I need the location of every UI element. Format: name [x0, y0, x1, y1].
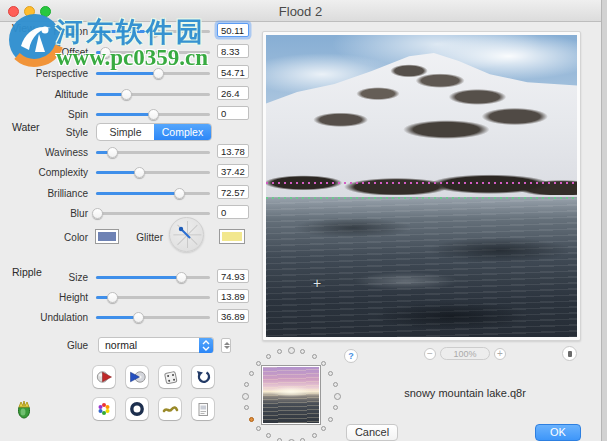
memory-dot[interactable] — [300, 349, 305, 354]
blur-slider[interactable] — [96, 207, 210, 219]
wave-button[interactable] — [159, 398, 181, 420]
perspective-slider[interactable] — [96, 67, 210, 79]
slider-knob[interactable] — [100, 47, 111, 58]
slider-fill — [96, 30, 153, 33]
memory-dot[interactable] — [256, 361, 261, 366]
horizon-guide-line[interactable] — [266, 182, 577, 184]
offset-value-field[interactable] — [217, 44, 249, 58]
slider-fill — [96, 276, 181, 279]
undulation-slider[interactable] — [96, 311, 210, 323]
glue-stepper[interactable] — [221, 338, 231, 353]
altitude-value-field[interactable] — [217, 86, 249, 100]
zoom-out-button[interactable]: − — [424, 348, 436, 360]
ring-icon — [129, 401, 145, 417]
memory-dot[interactable] — [256, 426, 261, 431]
memory-dot[interactable] — [312, 433, 317, 438]
export-settings-button[interactable] — [93, 366, 115, 388]
style-option-complex[interactable]: Complex — [154, 124, 211, 140]
complexity-value-field[interactable] — [217, 164, 249, 178]
crosshair-cursor: + — [313, 275, 321, 291]
undulation-label: Undulation — [0, 312, 88, 323]
waviness-slider[interactable] — [96, 146, 210, 158]
slider-knob[interactable] — [153, 68, 164, 79]
flower-logo-icon — [13, 398, 35, 420]
help-button[interactable]: ? — [344, 349, 358, 363]
memory-dot[interactable] — [242, 393, 249, 400]
zoom-in-button[interactable]: + — [494, 348, 506, 360]
about-plugin-button[interactable] — [13, 398, 35, 420]
complexity-slider[interactable] — [96, 166, 210, 178]
memory-dot[interactable] — [333, 405, 338, 410]
horizon-value-field[interactable] — [217, 23, 249, 37]
spin-slider[interactable] — [96, 108, 210, 120]
horizon-slider[interactable] — [96, 25, 210, 37]
preview-image[interactable]: + — [266, 35, 577, 337]
height-value-field[interactable] — [217, 289, 249, 303]
slider-fill — [96, 72, 158, 75]
undulation-value-field[interactable] — [217, 309, 249, 323]
color-options-button[interactable] — [93, 398, 115, 420]
memory-dot[interactable] — [334, 393, 341, 400]
thumbnail-image — [263, 367, 319, 423]
slider-knob[interactable] — [121, 89, 132, 100]
memory-dot[interactable] — [328, 371, 333, 376]
size-slider[interactable] — [96, 271, 210, 283]
glue-dropdown[interactable]: normal — [98, 337, 214, 353]
memory-dot[interactable] — [244, 382, 249, 387]
ok-button[interactable]: OK — [535, 424, 581, 441]
waterline-guide-line[interactable] — [266, 197, 577, 199]
altitude-slider[interactable] — [96, 88, 210, 100]
offset-slider[interactable] — [96, 46, 210, 58]
slider-fill — [96, 316, 138, 319]
slider-knob[interactable] — [176, 272, 187, 283]
expand-button[interactable] — [562, 346, 577, 361]
source-thumbnail[interactable] — [261, 365, 321, 425]
memory-dot[interactable] — [277, 349, 282, 354]
memory-dot[interactable] — [249, 417, 254, 422]
memory-dot[interactable] — [312, 354, 317, 359]
memory-dot[interactable] — [328, 417, 333, 422]
export-sphere-arrow-icon — [96, 369, 113, 385]
brilliance-slider[interactable] — [96, 187, 210, 199]
style-option-simple[interactable]: Simple — [97, 124, 154, 140]
slider-knob[interactable] — [148, 109, 159, 120]
slider-knob[interactable] — [92, 208, 103, 219]
perspective-label: Perspective — [0, 68, 88, 79]
offset-label: Offset — [0, 47, 88, 58]
memory-dot[interactable] — [321, 426, 326, 431]
wave-icon — [162, 401, 179, 417]
spin-value-field[interactable] — [217, 106, 249, 120]
memory-dot[interactable] — [266, 433, 271, 438]
slider-knob[interactable] — [107, 292, 118, 303]
ring-button[interactable] — [126, 398, 148, 420]
slider-knob[interactable] — [133, 312, 144, 323]
glitter-color-swatch[interactable] — [219, 229, 245, 244]
blur-label: Blur — [0, 208, 88, 219]
glitter-color-fill — [222, 232, 242, 241]
waviness-value-field[interactable] — [217, 144, 249, 158]
glue-selected-value: normal — [105, 339, 137, 351]
undo-button[interactable] — [192, 366, 214, 388]
randomize-button[interactable] — [159, 366, 181, 388]
perspective-value-field[interactable] — [217, 65, 249, 79]
slider-knob[interactable] — [107, 147, 118, 158]
slider-knob[interactable] — [134, 167, 145, 178]
glue-label: Glue — [0, 340, 88, 351]
memory-dot[interactable] — [333, 382, 338, 387]
brilliance-value-field[interactable] — [217, 185, 249, 199]
slider-knob[interactable] — [174, 188, 185, 199]
memory-dot[interactable] — [266, 354, 271, 359]
memory-dot[interactable] — [249, 371, 254, 376]
size-value-field[interactable] — [217, 269, 249, 283]
glitter-dial[interactable] — [169, 217, 204, 252]
memory-dot[interactable] — [244, 405, 249, 410]
import-disc-arrow-icon — [129, 369, 146, 385]
blur-value-field[interactable] — [217, 205, 249, 219]
cancel-button[interactable]: Cancel — [346, 424, 398, 441]
import-settings-button[interactable] — [126, 366, 148, 388]
height-slider[interactable] — [96, 291, 210, 303]
memory-dot[interactable] — [321, 361, 326, 366]
slider-knob[interactable] — [148, 26, 159, 37]
memory-dot[interactable] — [288, 347, 295, 354]
save-document-button[interactable] — [192, 398, 214, 420]
